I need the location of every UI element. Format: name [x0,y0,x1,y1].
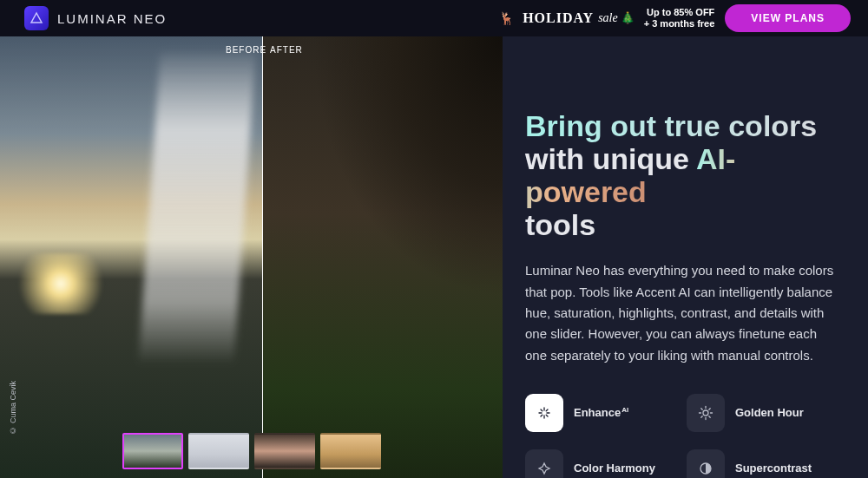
feature-label: Golden Hour [735,406,804,419]
svg-line-16 [701,416,702,417]
view-plans-button[interactable]: VIEW PLANS [725,4,851,32]
feature-grid: EnhanceAI Golden Hour Color Harmony Supe… [525,394,838,478]
thumbnail-1[interactable] [122,433,183,469]
page-headline: Bring out true colors with unique AI-pow… [525,109,840,241]
before-image [0,36,262,478]
header: LUMINAR NEO 🦌 HOLIDAY sale 🎄 Up to 85% O… [0,0,868,36]
sparkle-icon [525,394,563,432]
body-copy: Luminar Neo has everything you need to m… [525,260,838,365]
thumbnail-3[interactable] [254,433,315,469]
content-column: Bring out true colors with unique AI-pow… [503,36,868,478]
main-content: BEFORE AFTER © Cuma Cevik Bring out true… [0,36,868,478]
thumbnail-4[interactable] [320,433,381,469]
brand-logo[interactable]: LUMINAR NEO [24,6,167,30]
thumbnail-2[interactable] [188,433,249,469]
feature-golden-hour[interactable]: Golden Hour [687,394,838,432]
svg-line-4 [541,409,542,411]
compare-divider-handle[interactable] [262,36,263,478]
svg-line-14 [709,416,710,417]
thumbnail-strip [122,433,381,469]
before-label: BEFORE [226,45,266,55]
brand-name: LUMINAR NEO [57,11,167,26]
svg-line-7 [541,415,542,416]
promo-lines: Up to 85% OFF + 3 months free [644,7,715,29]
svg-line-15 [709,409,710,409]
contrast-icon [687,449,725,478]
svg-line-6 [546,409,548,411]
harmony-icon [525,449,563,478]
after-label: AFTER [270,45,303,55]
feature-color-harmony[interactable]: Color Harmony [525,449,676,478]
svg-line-13 [701,409,702,409]
after-image [262,36,503,478]
holiday-sale-text: HOLIDAY sale 🎄 [523,10,635,26]
feature-supercontrast[interactable]: Supercontrast [687,449,838,478]
feature-enhance-ai[interactable]: EnhanceAI [525,394,676,432]
feature-label: Supercontrast [735,462,812,475]
logo-triangle-icon [24,6,49,30]
before-after-compare[interactable]: BEFORE AFTER © Cuma Cevik [0,36,503,478]
holiday-promo: 🦌 HOLIDAY sale 🎄 Up to 85% OFF + 3 month… [499,7,714,29]
reindeer-icon: 🦌 [499,11,514,25]
sun-icon [687,394,725,432]
feature-label: Color Harmony [574,462,655,475]
feature-label: EnhanceAI [574,406,628,419]
tree-icon: 🎄 [621,11,635,25]
svg-point-8 [703,410,708,416]
photo-credit: © Cuma Cevik [9,381,17,435]
svg-line-5 [546,415,548,416]
